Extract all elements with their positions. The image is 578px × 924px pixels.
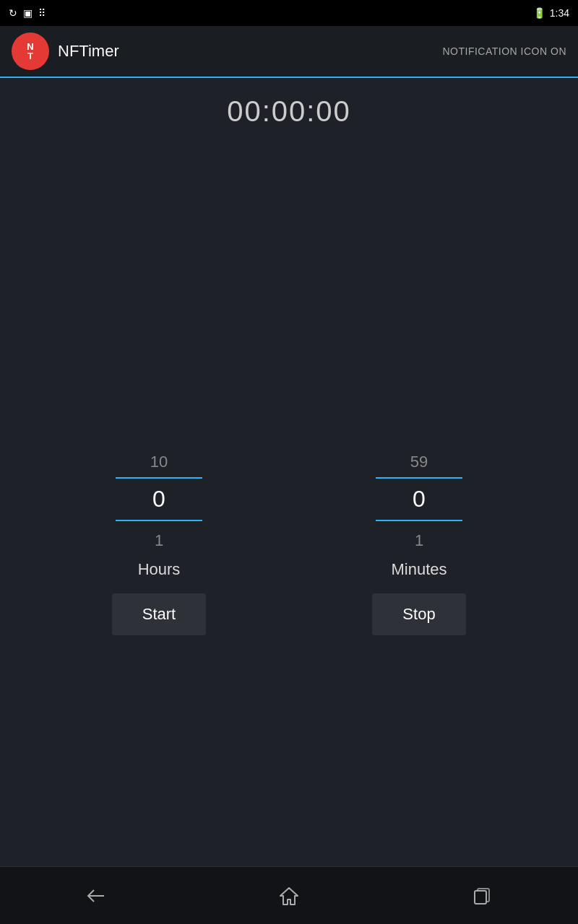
stop-button[interactable]: Stop — [372, 593, 466, 635]
timer-display: 00:00:00 — [227, 95, 351, 128]
start-button[interactable]: Start — [112, 593, 206, 635]
minutes-above-value: 59 — [410, 453, 428, 471]
controls-area: 10 0 1 Hours Start 59 0 1 Minutes Stop — [0, 453, 578, 635]
hours-value: 0 — [152, 486, 165, 513]
sim-icon: ▣ — [23, 7, 33, 19]
svg-marker-1 — [280, 888, 298, 905]
minutes-label: Minutes — [391, 560, 447, 579]
app-bar: NT NFTimer NOTIFICATION ICON ON — [0, 26, 578, 78]
main-content: 00:00:00 10 0 1 Hours Start 59 0 1 Minut… — [0, 78, 578, 866]
minutes-line-bottom — [376, 520, 462, 521]
hours-label: Hours — [138, 560, 181, 579]
minutes-line-top — [376, 477, 462, 479]
home-button[interactable] — [267, 874, 311, 918]
sync-icon: ↻ — [9, 7, 17, 19]
back-button[interactable] — [74, 874, 118, 918]
minutes-value: 0 — [413, 486, 426, 513]
grid-dots-icon: ⠿ — [38, 7, 46, 19]
hours-spinner: 10 0 1 Hours Start — [101, 453, 217, 635]
recents-button[interactable] — [460, 874, 504, 918]
notification-status: NOTIFICATION ICON ON — [442, 45, 566, 57]
minutes-below-value: 1 — [415, 531, 423, 550]
status-icons: ↻ ▣ ⠿ — [9, 7, 46, 19]
logo-text: NT — [27, 42, 33, 61]
status-right: 🔋 1:34 — [533, 7, 569, 19]
time-display: 1:34 — [550, 7, 569, 19]
app-logo: NT — [12, 32, 49, 70]
nav-bar — [0, 866, 578, 924]
status-bar: ↻ ▣ ⠿ 🔋 1:34 — [0, 0, 578, 26]
hours-above-value: 10 — [150, 453, 168, 471]
battery-icon: 🔋 — [533, 7, 545, 19]
hours-line-top — [116, 477, 202, 479]
recents-icon — [472, 886, 492, 906]
back-icon — [85, 888, 107, 904]
minutes-spinner: 59 0 1 Minutes Stop — [361, 453, 477, 635]
home-icon — [279, 886, 299, 906]
svg-rect-3 — [475, 891, 486, 904]
hours-below-value: 1 — [155, 531, 163, 550]
app-title: NFTimer — [58, 42, 119, 61]
hours-line-bottom — [116, 520, 202, 521]
app-bar-left: NT NFTimer — [12, 32, 119, 70]
